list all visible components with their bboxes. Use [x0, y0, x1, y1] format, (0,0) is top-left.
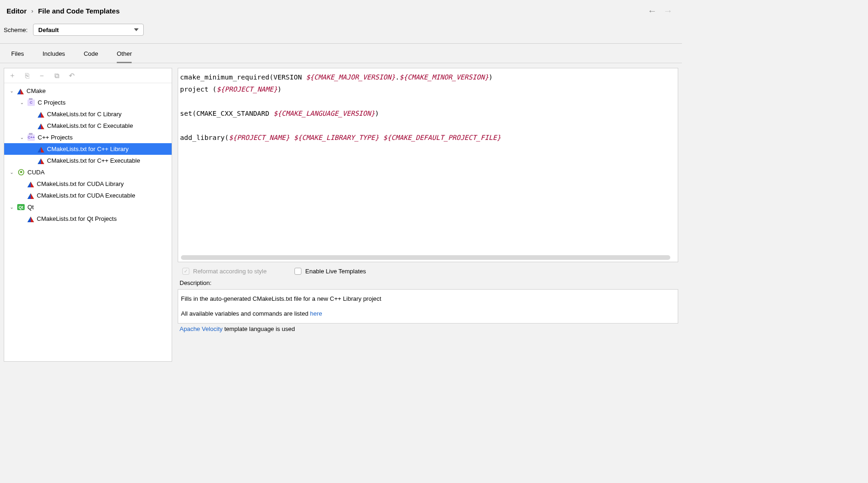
- description-heading: Description:: [178, 279, 678, 289]
- cmake-icon: [17, 88, 24, 94]
- breadcrumb-current: File and Code Templates: [38, 7, 120, 15]
- qt-icon: Qt: [17, 204, 25, 210]
- breadcrumb-parent[interactable]: Editor: [7, 7, 27, 15]
- chevron-down-icon: [134, 28, 139, 31]
- cuda-icon: ⦿: [17, 170, 25, 175]
- tree-row-label: Qt: [27, 204, 172, 211]
- tree-row[interactable]: ⌄⦿CUDA: [4, 166, 172, 178]
- scheme-label: Scheme:: [4, 26, 27, 33]
- tab-files[interactable]: Files: [11, 50, 24, 63]
- expander-icon[interactable]: ⌄: [9, 170, 14, 175]
- scheme-value: Default: [38, 26, 59, 33]
- tree-row-label: CMakeLists.txt for CUDA Library: [37, 180, 172, 187]
- tab-other[interactable]: Other: [117, 50, 132, 63]
- tree-row[interactable]: ⌄CC Projects: [4, 97, 172, 108]
- tree-row-label: CMakeLists.txt for Qt Projects: [37, 215, 172, 222]
- tree-row-label: CUDA: [27, 169, 172, 176]
- cmake-icon: [38, 111, 44, 118]
- copy-icon[interactable]: ⧉: [53, 72, 61, 80]
- link-apache-velocity[interactable]: Apache Velocity: [180, 325, 223, 332]
- tab-bar: FilesIncludesCodeOther: [0, 44, 682, 63]
- description-box: Fills in the auto-generated CMakeLists.t…: [178, 289, 678, 324]
- chevron-right-icon: ›: [31, 7, 33, 14]
- tree-row-label: CMakeLists.txt for CUDA Executable: [37, 192, 172, 199]
- template-tree: ⌄CMake⌄CC ProjectsCMakeLists.txt for C L…: [4, 83, 172, 226]
- tree-row[interactable]: CMakeLists.txt for Qt Projects: [4, 213, 172, 225]
- tree-row-label: CMake: [27, 87, 172, 94]
- cmake-icon: [38, 146, 44, 152]
- tree-row-label: C Projects: [38, 99, 172, 106]
- add-child-icon[interactable]: ⎘: [23, 72, 31, 79]
- cmake-icon: [38, 123, 44, 129]
- undo-icon[interactable]: ↶: [67, 72, 76, 80]
- tree-row[interactable]: ⌄CMake: [4, 85, 172, 97]
- add-icon[interactable]: ＋: [8, 71, 16, 80]
- cmake-icon: [27, 181, 34, 187]
- cmake-icon: [27, 216, 34, 222]
- nav-back-icon[interactable]: ←: [648, 6, 657, 16]
- tree-row-label: C++ Projects: [38, 134, 172, 141]
- tab-code[interactable]: Code: [84, 50, 98, 63]
- tree-row[interactable]: CMakeLists.txt for CUDA Executable: [4, 190, 172, 201]
- breadcrumb: Editor › File and Code Templates: [7, 7, 120, 15]
- scheme-dropdown[interactable]: Default: [33, 24, 144, 36]
- description-apache: Apache Velocity template language is use…: [178, 324, 678, 332]
- tree-row-label: CMakeLists.txt for C++ Library: [47, 146, 172, 152]
- remove-icon[interactable]: −: [38, 72, 46, 79]
- tree-row[interactable]: CMakeLists.txt for C Library: [4, 108, 172, 120]
- description-line1: Fills in the auto-generated CMakeLists.t…: [181, 293, 675, 304]
- expander-icon[interactable]: ⌄: [19, 100, 25, 105]
- tree-toolbar: ＋ ⎘ − ⧉ ↶: [4, 68, 172, 83]
- c-lang-icon: C: [27, 99, 35, 106]
- link-here[interactable]: here: [310, 310, 322, 317]
- expander-icon[interactable]: ⌄: [19, 135, 25, 140]
- enable-live-templates-checkbox[interactable]: Enable Live Templates: [294, 268, 366, 275]
- cmake-icon: [27, 192, 34, 199]
- reformat-checkbox: ✓ Reformat according to style: [182, 268, 267, 275]
- expander-icon[interactable]: ⌄: [9, 88, 14, 93]
- template-editor[interactable]: cmake_minimum_required(VERSION ${CMAKE_M…: [178, 68, 678, 262]
- tree-row[interactable]: CMakeLists.txt for C Executable: [4, 120, 172, 132]
- description-line2: All available variables and commands are…: [181, 308, 675, 319]
- horizontal-scrollbar[interactable]: [181, 255, 670, 260]
- tree-row-label: CMakeLists.txt for C Executable: [47, 122, 172, 129]
- tree-row[interactable]: CMakeLists.txt for CUDA Library: [4, 178, 172, 190]
- expander-icon[interactable]: ⌄: [9, 205, 14, 210]
- tree-row[interactable]: CMakeLists.txt for C++ Executable: [4, 155, 172, 166]
- tab-includes[interactable]: Includes: [42, 50, 65, 63]
- tree-row[interactable]: ⌄C++C++ Projects: [4, 132, 172, 143]
- cpp-lang-icon: C++: [27, 134, 35, 141]
- tree-row-label: CMakeLists.txt for C++ Executable: [47, 157, 172, 164]
- nav-forward-icon[interactable]: →: [663, 6, 673, 16]
- cmake-icon: [38, 158, 44, 164]
- tree-row-label: CMakeLists.txt for C Library: [47, 111, 172, 118]
- tree-row[interactable]: ⌄QtQt: [4, 201, 172, 213]
- tree-row[interactable]: CMakeLists.txt for C++ Library: [4, 143, 172, 155]
